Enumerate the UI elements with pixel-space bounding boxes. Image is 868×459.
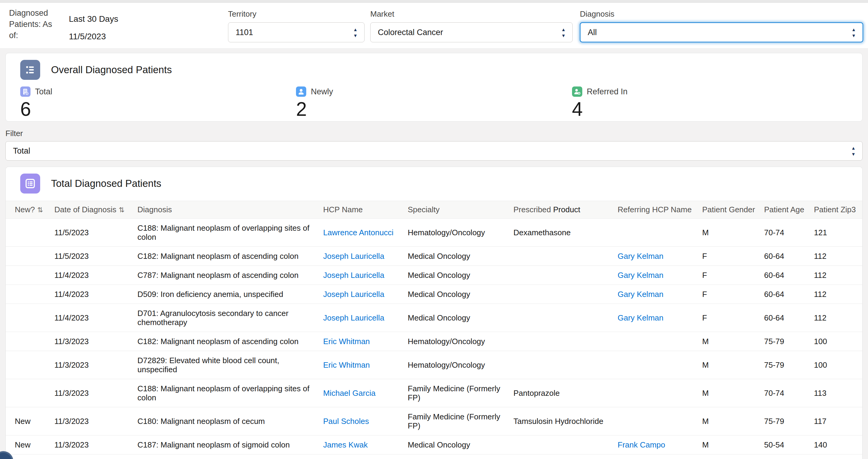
cell-hcp-name: Joseph Lauricella bbox=[318, 285, 403, 304]
diagnosis-select[interactable]: All ▲▼ bbox=[580, 22, 863, 42]
cell-new bbox=[6, 351, 50, 379]
hcp-name-link[interactable]: Eric Whitman bbox=[323, 337, 370, 346]
table-row[interactable]: 11/3/2023 C182: Malignant neoplasm of as… bbox=[6, 455, 863, 459]
table-row[interactable]: New 11/3/2023 C187: Malignant neoplasm o… bbox=[6, 435, 863, 455]
stepper-arrows-icon: ▲▼ bbox=[353, 27, 358, 38]
kpi-referred-in-label: Referred In bbox=[587, 87, 628, 96]
cell-specialty: Hematology/Oncology bbox=[403, 351, 508, 379]
cell-specialty: Hematology/Oncology bbox=[403, 219, 508, 247]
kpi-total: Total 6 bbox=[20, 86, 296, 119]
sort-arrows-icon: ⇅ bbox=[37, 206, 43, 214]
cell-date-of-diagnosis: 11/4/2023 bbox=[50, 266, 132, 285]
referring-hcp-link[interactable]: Gary Kelman bbox=[618, 270, 663, 280]
cell-specialty: Medical Oncology bbox=[403, 304, 508, 332]
referring-hcp-link[interactable]: Gary Kelman bbox=[618, 313, 663, 322]
cell-diagnosis: C182: Malignant neoplasm of ascending co… bbox=[132, 332, 318, 351]
table-row[interactable]: 11/3/2023 D72829: Elevated white blood c… bbox=[6, 351, 863, 379]
cell-referring-hcp-name: Gary Kelman bbox=[613, 304, 698, 332]
stepper-arrows-icon: ▲▼ bbox=[851, 146, 856, 156]
table-row[interactable]: 11/3/2023 C182: Malignant neoplasm of as… bbox=[6, 332, 863, 351]
cell-patient-gender: M bbox=[698, 219, 759, 247]
cell-date-of-diagnosis: 11/5/2023 bbox=[50, 247, 132, 266]
cell-prescribed-product: Dexamethasone bbox=[508, 219, 613, 247]
cell-referring-hcp-name: Frank Campo bbox=[613, 435, 698, 455]
cell-diagnosis: C188: Malignant neoplasm of overlapping … bbox=[132, 219, 318, 247]
cell-date-of-diagnosis: 11/3/2023 bbox=[50, 407, 132, 435]
cell-date-of-diagnosis: 11/3/2023 bbox=[50, 455, 132, 459]
cell-prescribed-product bbox=[508, 455, 613, 459]
hcp-name-link[interactable]: Paul Scholes bbox=[323, 417, 369, 426]
market-select[interactable]: Colorectal Cancer ▲▼ bbox=[370, 22, 572, 42]
cell-prescribed-product bbox=[508, 266, 613, 285]
table-row[interactable]: 11/4/2023 C787: Malignant neoplasm of as… bbox=[6, 266, 863, 285]
related-list-icon bbox=[20, 174, 40, 194]
cell-specialty: Medical Oncology bbox=[403, 285, 508, 304]
cell-hcp-name: Joseph Lauricella bbox=[318, 247, 403, 266]
column-header-hcp-name: HCP Name bbox=[318, 201, 403, 219]
hcp-name-link[interactable]: Eric Whitman bbox=[323, 361, 370, 370]
territory-select[interactable]: 1101 ▲▼ bbox=[228, 22, 365, 42]
cell-new bbox=[6, 332, 50, 351]
cell-patient-zip3: 112 bbox=[809, 304, 863, 332]
cell-specialty: Family Medicine (Formerly FP) bbox=[403, 379, 508, 407]
column-header-new[interactable]: New?⇅ bbox=[6, 201, 50, 219]
cell-patient-zip3: 112 bbox=[809, 266, 863, 285]
hcp-name-link[interactable]: Joseph Lauricella bbox=[323, 270, 384, 280]
cell-patient-gender: M bbox=[698, 332, 759, 351]
table-row[interactable]: 11/5/2023 C188: Malignant neoplasm of ov… bbox=[6, 219, 863, 247]
table-row[interactable]: 11/3/2023 C188: Malignant neoplasm of ov… bbox=[6, 379, 863, 407]
kpi-referred-in-value: 4 bbox=[572, 99, 848, 119]
cell-date-of-diagnosis: 11/4/2023 bbox=[50, 304, 132, 332]
cell-diagnosis: D509: Iron deficiency anemia, unspecifie… bbox=[132, 285, 318, 304]
cell-specialty: Family Medicine (Formerly FP) bbox=[403, 407, 508, 435]
hcp-name-link[interactable]: Joseph Lauricella bbox=[323, 252, 384, 261]
column-header-date-of-diagnosis[interactable]: Date of Diagnosis⇅ bbox=[50, 201, 132, 219]
cell-patient-age: 75-79 bbox=[759, 407, 809, 435]
cell-patient-gender: M bbox=[698, 455, 759, 459]
cell-patient-age: 60-64 bbox=[759, 266, 809, 285]
cell-date-of-diagnosis: 11/3/2023 bbox=[50, 379, 132, 407]
cell-new: New bbox=[6, 407, 50, 435]
cell-new bbox=[6, 247, 50, 266]
referring-hcp-link[interactable]: Frank Campo bbox=[618, 440, 665, 449]
cell-patient-age: 60-64 bbox=[759, 247, 809, 266]
cell-patient-zip3: 103 bbox=[809, 455, 863, 459]
cell-referring-hcp-name bbox=[613, 332, 698, 351]
diagnosis-field: Diagnosis All ▲▼ bbox=[580, 9, 863, 42]
cell-patient-zip3: 113 bbox=[809, 379, 863, 407]
cell-diagnosis: C182: Malignant neoplasm of ascending co… bbox=[132, 247, 318, 266]
table-row[interactable]: 11/4/2023 D701: Agranulocytosis secondar… bbox=[6, 304, 863, 332]
hcp-name-link[interactable]: Joseph Lauricella bbox=[323, 290, 384, 299]
filter-select[interactable]: Total ▲▼ bbox=[5, 141, 863, 161]
table-row[interactable]: 11/4/2023 D509: Iron deficiency anemia, … bbox=[6, 285, 863, 304]
sort-arrows-icon: ⇅ bbox=[119, 206, 124, 214]
kpi-newly-value: 2 bbox=[296, 99, 572, 119]
cell-patient-gender: F bbox=[698, 304, 759, 332]
cell-referring-hcp-name bbox=[613, 219, 698, 247]
table-row[interactable]: New 11/3/2023 C180: Malignant neoplasm o… bbox=[6, 407, 863, 435]
cell-diagnosis: C182: Malignant neoplasm of ascending co… bbox=[132, 455, 318, 459]
cell-diagnosis: C188: Malignant neoplasm of overlapping … bbox=[132, 379, 318, 407]
market-field: Market Colorectal Cancer ▲▼ bbox=[370, 9, 572, 42]
column-header-patient-gender: Patient Gender bbox=[698, 201, 759, 219]
cell-patient-zip3: 112 bbox=[809, 285, 863, 304]
cell-diagnosis: C787: Malignant neoplasm of ascending co… bbox=[132, 266, 318, 285]
cell-patient-age: 75-79 bbox=[759, 332, 809, 351]
cell-referring-hcp-name bbox=[613, 379, 698, 407]
hcp-name-link[interactable]: James Kwak bbox=[323, 440, 368, 449]
building-icon bbox=[20, 86, 31, 97]
table-row[interactable]: 11/5/2023 C182: Malignant neoplasm of as… bbox=[6, 247, 863, 266]
hcp-name-link[interactable]: Michael Garcia bbox=[323, 389, 375, 398]
cell-hcp-name: Joseph Lauricella bbox=[318, 304, 403, 332]
person-add-icon bbox=[572, 86, 582, 97]
referring-hcp-link[interactable]: Gary Kelman bbox=[618, 252, 663, 261]
cell-specialty: Hematology/Oncology bbox=[403, 455, 508, 459]
cell-date-of-diagnosis: 11/5/2023 bbox=[50, 219, 132, 247]
hcp-name-link[interactable]: Lawrence Antonucci bbox=[323, 228, 394, 237]
hcp-name-link[interactable]: Joseph Lauricella bbox=[323, 313, 384, 322]
filter-section: Filter Total ▲▼ bbox=[5, 129, 863, 161]
column-header-referring-hcp-name: Referring HCP Name bbox=[613, 201, 698, 219]
referring-hcp-link[interactable]: Gary Kelman bbox=[618, 290, 663, 299]
summary-card-title: Overall Diagnosed Patients bbox=[51, 64, 172, 76]
stepper-arrows-icon: ▲▼ bbox=[561, 27, 566, 38]
